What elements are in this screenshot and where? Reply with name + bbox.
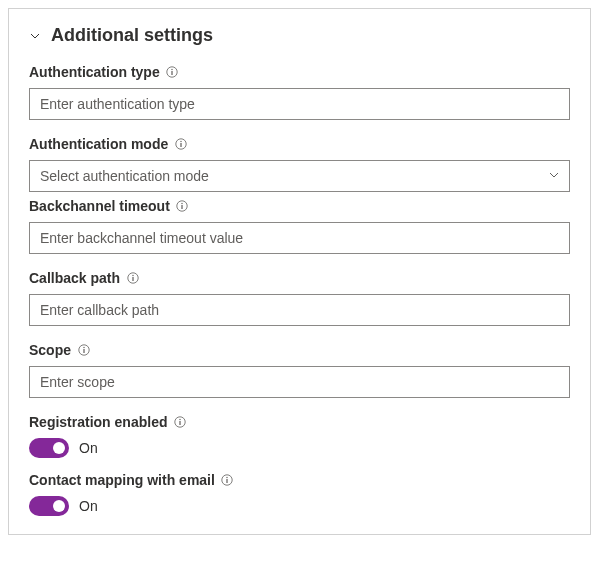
svg-point-1 (171, 69, 172, 70)
toggle-knob (53, 442, 65, 454)
info-icon[interactable] (126, 272, 139, 285)
scope-input[interactable] (29, 366, 570, 398)
info-icon[interactable] (166, 66, 179, 79)
registration-state: On (79, 440, 98, 456)
info-icon[interactable] (176, 200, 189, 213)
auth-mode-placeholder: Select authentication mode (40, 168, 209, 184)
auth-type-label: Authentication type (29, 64, 160, 80)
registration-toggle[interactable] (29, 438, 69, 458)
svg-rect-11 (132, 277, 133, 281)
backchannel-input[interactable] (29, 222, 570, 254)
svg-rect-5 (180, 143, 181, 147)
svg-rect-17 (179, 421, 180, 425)
svg-rect-14 (83, 349, 84, 353)
svg-point-16 (179, 419, 180, 420)
contact-mapping-label: Contact mapping with email (29, 472, 215, 488)
field-authentication-mode: Authentication mode Select authenticatio… (29, 136, 570, 192)
info-icon[interactable] (173, 416, 186, 429)
svg-point-19 (227, 477, 228, 478)
additional-settings-panel: Additional settings Authentication type … (8, 8, 591, 535)
svg-rect-20 (227, 479, 228, 483)
info-icon[interactable] (174, 138, 187, 151)
svg-point-13 (83, 347, 84, 348)
scope-label: Scope (29, 342, 71, 358)
section-title: Additional settings (51, 25, 213, 46)
auth-mode-label: Authentication mode (29, 136, 168, 152)
field-registration-enabled: Registration enabled On (29, 414, 570, 458)
svg-rect-2 (172, 71, 173, 75)
svg-point-7 (182, 203, 183, 204)
svg-point-4 (180, 141, 181, 142)
contact-mapping-state: On (79, 498, 98, 514)
callback-input[interactable] (29, 294, 570, 326)
info-icon[interactable] (221, 474, 234, 487)
toggle-knob (53, 500, 65, 512)
svg-rect-8 (182, 205, 183, 209)
callback-label: Callback path (29, 270, 120, 286)
registration-label: Registration enabled (29, 414, 167, 430)
field-contact-mapping: Contact mapping with email On (29, 472, 570, 516)
backchannel-label: Backchannel timeout (29, 198, 170, 214)
auth-mode-select[interactable]: Select authentication mode (29, 160, 570, 192)
field-callback-path: Callback path (29, 270, 570, 326)
field-scope: Scope (29, 342, 570, 398)
auth-type-input[interactable] (29, 88, 570, 120)
field-backchannel-timeout: Backchannel timeout (29, 198, 570, 254)
svg-point-10 (132, 275, 133, 276)
field-authentication-type: Authentication type (29, 64, 570, 120)
info-icon[interactable] (77, 344, 90, 357)
contact-mapping-toggle[interactable] (29, 496, 69, 516)
chevron-down-icon[interactable] (29, 30, 41, 42)
section-header[interactable]: Additional settings (29, 25, 570, 46)
